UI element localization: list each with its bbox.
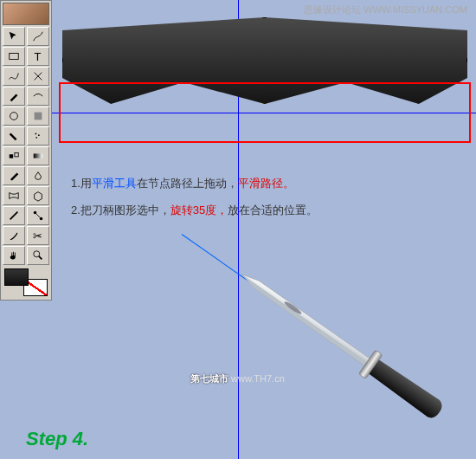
- pointer-tool[interactable]: [3, 27, 25, 46]
- svg-rect-2: [34, 113, 42, 120]
- envelope-tool[interactable]: [3, 186, 25, 205]
- svg-point-3: [35, 133, 36, 135]
- instruction-1: 1.用平滑工具在节点路径上拖动，平滑路径。: [71, 173, 467, 195]
- color-tool[interactable]: [27, 107, 49, 126]
- instruction-2: 2.把刀柄图形选中，旋转35度，放在合适的位置。: [71, 200, 467, 222]
- toolbox: T ✂: [0, 0, 52, 301]
- outline-tool[interactable]: [3, 206, 25, 225]
- svg-rect-7: [15, 153, 18, 157]
- scissors-tool[interactable]: ✂: [27, 226, 49, 245]
- edit-tool[interactable]: [27, 67, 49, 86]
- watermark-middle: 第七城市 www.TH7.cn: [190, 372, 285, 385]
- zoom-tool[interactable]: [27, 246, 49, 265]
- freehand-tool[interactable]: [27, 27, 49, 46]
- paint-tool[interactable]: [3, 126, 25, 145]
- smooth-tool[interactable]: [27, 87, 49, 106]
- extrude-tool[interactable]: [27, 186, 49, 205]
- knife-tool[interactable]: [3, 226, 25, 245]
- svg-rect-8: [33, 153, 42, 158]
- canvas-shape-area[interactable]: [62, 17, 467, 156]
- text-tool[interactable]: T: [27, 47, 49, 66]
- dropper-tool[interactable]: [3, 166, 25, 185]
- svg-point-1: [10, 113, 18, 120]
- toolbox-header-image: [3, 3, 49, 25]
- svg-point-4: [38, 134, 40, 136]
- gradient-tool[interactable]: [27, 146, 49, 165]
- highlight-rectangle: [59, 82, 471, 143]
- bezier-tool[interactable]: [3, 67, 25, 86]
- svg-point-11: [33, 251, 39, 257]
- blend-tool[interactable]: [3, 146, 25, 165]
- knife-illustration: [173, 225, 467, 433]
- hand-tool[interactable]: [3, 246, 25, 265]
- rectangle-tool[interactable]: [3, 47, 25, 66]
- pencil-tool[interactable]: [3, 87, 25, 106]
- watermark-top: 思缘设计论坛 WWW.MISSYUAN.COM: [304, 3, 467, 16]
- step-label: Step 4.: [26, 428, 88, 450]
- color-swatch[interactable]: [3, 267, 49, 298]
- spiral-tool[interactable]: [3, 107, 25, 126]
- fg-color[interactable]: [4, 268, 29, 286]
- instructions: 1.用平滑工具在节点路径上拖动，平滑路径。 2.把刀柄图形选中，旋转35度，放在…: [71, 173, 467, 221]
- svg-rect-6: [10, 154, 13, 158]
- transparency-tool[interactable]: [27, 166, 49, 185]
- spray-tool[interactable]: [27, 126, 49, 145]
- svg-point-5: [35, 137, 37, 139]
- svg-rect-0: [10, 54, 19, 60]
- connector-tool[interactable]: [27, 206, 49, 225]
